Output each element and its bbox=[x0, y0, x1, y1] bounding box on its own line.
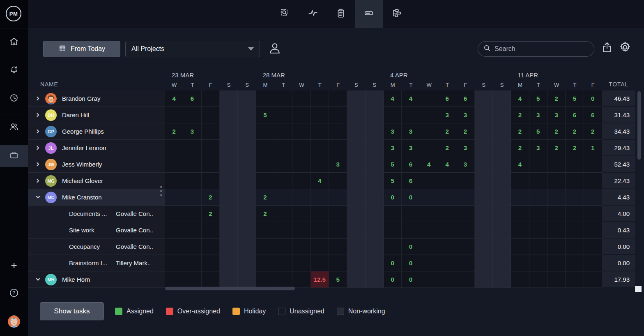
allocation-cell[interactable] bbox=[475, 271, 493, 288]
allocation-cell[interactable] bbox=[311, 255, 329, 271]
row-name-cell[interactable]: JLJennifer Lennon bbox=[28, 140, 165, 156]
allocation-cell[interactable] bbox=[292, 156, 310, 173]
allocation-cell[interactable] bbox=[384, 206, 402, 222]
allocation-cell[interactable] bbox=[274, 173, 292, 189]
people-filter-button[interactable] bbox=[267, 41, 283, 57]
allocation-cell[interactable] bbox=[402, 206, 420, 222]
allocation-cell[interactable] bbox=[165, 189, 183, 206]
allocation-cell[interactable] bbox=[220, 206, 238, 222]
allocation-cell[interactable] bbox=[475, 123, 493, 140]
allocation-cell[interactable] bbox=[274, 239, 292, 255]
allocation-cell[interactable] bbox=[366, 123, 384, 140]
allocation-cell[interactable] bbox=[529, 271, 547, 288]
allocation-cell[interactable]: 6 bbox=[402, 173, 420, 189]
allocation-cell[interactable] bbox=[438, 222, 456, 239]
allocation-cell[interactable] bbox=[438, 189, 456, 206]
allocation-cell[interactable] bbox=[584, 239, 602, 255]
allocation-cell[interactable] bbox=[220, 173, 238, 189]
allocation-cell[interactable] bbox=[475, 239, 493, 255]
allocation-cell[interactable]: 2 bbox=[511, 140, 529, 156]
row-name-cell[interactable]: Brainstorm I...Tillery Mark.. bbox=[28, 255, 165, 271]
allocation-cell[interactable] bbox=[493, 140, 511, 156]
allocation-cell[interactable] bbox=[329, 239, 347, 255]
allocation-cell[interactable]: 2 bbox=[566, 140, 584, 156]
allocation-cell[interactable] bbox=[238, 189, 256, 206]
allocation-cell[interactable] bbox=[420, 271, 438, 288]
allocation-cell[interactable]: 5 bbox=[529, 90, 547, 107]
allocation-cell[interactable] bbox=[256, 123, 274, 140]
allocation-cell[interactable] bbox=[566, 156, 584, 173]
allocation-cell[interactable] bbox=[566, 189, 584, 206]
allocation-cell[interactable] bbox=[366, 156, 384, 173]
allocation-cell[interactable] bbox=[493, 222, 511, 239]
allocation-cell[interactable] bbox=[493, 255, 511, 271]
allocation-cell[interactable] bbox=[456, 189, 474, 206]
allocation-cell[interactable] bbox=[165, 107, 183, 123]
allocation-cell[interactable] bbox=[165, 156, 183, 173]
allocation-cell[interactable] bbox=[438, 173, 456, 189]
allocation-cell[interactable]: 6 bbox=[456, 90, 474, 107]
allocation-cell[interactable]: 3 bbox=[402, 123, 420, 140]
row-name-cell[interactable]: OccupancyGovalle Con.. bbox=[28, 239, 165, 255]
row-name-cell[interactable]: DHDaren Hill bbox=[28, 107, 165, 123]
allocation-cell[interactable] bbox=[256, 90, 274, 107]
allocation-cell[interactable] bbox=[202, 239, 220, 255]
allocation-cell[interactable] bbox=[547, 173, 566, 189]
allocation-cell[interactable] bbox=[311, 222, 329, 239]
allocation-cell[interactable] bbox=[183, 140, 201, 156]
allocation-cell[interactable] bbox=[220, 239, 238, 255]
allocation-cell[interactable] bbox=[366, 107, 384, 123]
allocation-cell[interactable] bbox=[165, 206, 183, 222]
allocation-cell[interactable] bbox=[238, 107, 256, 123]
allocation-cell[interactable] bbox=[238, 239, 256, 255]
allocation-cell[interactable] bbox=[238, 271, 256, 288]
allocation-cell[interactable] bbox=[238, 140, 256, 156]
allocation-cell[interactable] bbox=[220, 255, 238, 271]
allocation-cell[interactable] bbox=[274, 255, 292, 271]
allocation-cell[interactable]: 3 bbox=[456, 107, 474, 123]
allocation-cell[interactable] bbox=[292, 255, 310, 271]
allocation-cell[interactable]: 6 bbox=[402, 156, 420, 173]
allocation-cell[interactable] bbox=[329, 206, 347, 222]
allocation-cell[interactable] bbox=[475, 107, 493, 123]
allocation-cell[interactable]: 5 bbox=[529, 123, 547, 140]
allocation-cell[interactable] bbox=[274, 123, 292, 140]
allocation-cell[interactable] bbox=[329, 90, 347, 107]
allocation-cell[interactable] bbox=[292, 173, 310, 189]
allocation-cell[interactable] bbox=[511, 239, 529, 255]
allocation-cell[interactable] bbox=[329, 222, 347, 239]
allocation-cell[interactable] bbox=[493, 107, 511, 123]
allocation-cell[interactable]: 2 bbox=[511, 107, 529, 123]
allocation-cell[interactable] bbox=[475, 140, 493, 156]
allocation-cell[interactable] bbox=[584, 206, 602, 222]
allocation-cell[interactable] bbox=[584, 255, 602, 271]
allocation-cell[interactable]: 6 bbox=[183, 90, 201, 107]
allocation-cell[interactable] bbox=[292, 90, 310, 107]
allocation-cell[interactable] bbox=[584, 271, 602, 288]
allocation-cell[interactable] bbox=[384, 239, 402, 255]
sidebar-item-help[interactable]: ? bbox=[0, 283, 28, 305]
sidebar-item-time[interactable] bbox=[0, 88, 28, 110]
allocation-cell[interactable] bbox=[547, 255, 566, 271]
allocation-cell[interactable]: 3 bbox=[529, 107, 547, 123]
allocation-cell[interactable] bbox=[347, 90, 365, 107]
allocation-cell[interactable] bbox=[493, 189, 511, 206]
row-name-cell[interactable]: MGMichael Glover bbox=[28, 173, 165, 189]
allocation-cell[interactable]: 4 bbox=[402, 90, 420, 107]
allocation-cell[interactable] bbox=[402, 222, 420, 239]
allocation-cell[interactable] bbox=[292, 206, 310, 222]
allocation-cell[interactable] bbox=[420, 222, 438, 239]
allocation-cell[interactable]: 2 bbox=[566, 123, 584, 140]
allocation-cell[interactable] bbox=[511, 222, 529, 239]
allocation-cell[interactable] bbox=[420, 239, 438, 255]
allocation-cell[interactable]: 2 bbox=[202, 206, 220, 222]
allocation-cell[interactable] bbox=[165, 255, 183, 271]
allocation-cell[interactable] bbox=[292, 140, 310, 156]
allocation-cell[interactable] bbox=[420, 255, 438, 271]
allocation-cell[interactable] bbox=[238, 222, 256, 239]
chevron-down-icon[interactable] bbox=[34, 276, 41, 283]
allocation-cell[interactable] bbox=[292, 189, 310, 206]
allocation-cell[interactable]: 3 bbox=[384, 123, 402, 140]
allocation-cell[interactable] bbox=[292, 222, 310, 239]
allocation-cell[interactable] bbox=[493, 206, 511, 222]
